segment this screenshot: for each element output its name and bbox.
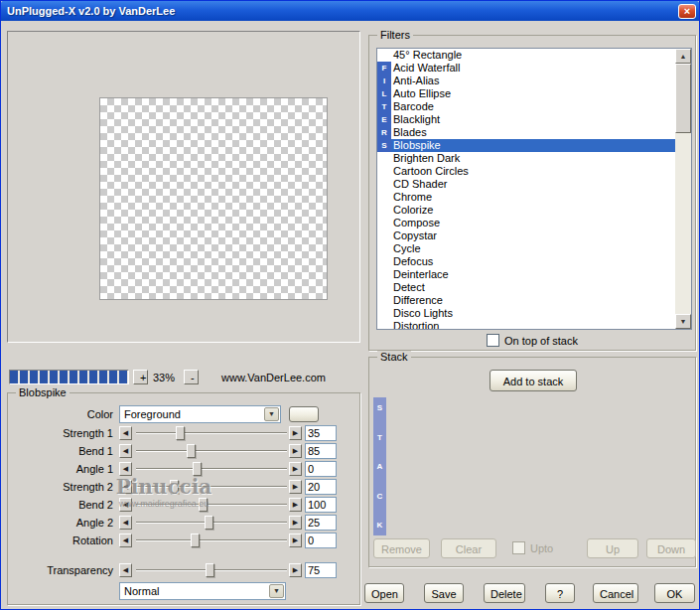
- upto-checkbox[interactable]: [512, 541, 525, 554]
- filter-item-detect[interactable]: Detect: [377, 281, 675, 294]
- filters-listbox[interactable]: 45° RectangleAcid WaterfallAnti-AliasAut…: [376, 48, 692, 330]
- bend-2-slider-thumb[interactable]: [199, 498, 208, 512]
- filter-item-blobspike[interactable]: Blobspike: [377, 139, 675, 152]
- zoom-in-button[interactable]: +: [133, 370, 148, 384]
- bend-2-slider-track[interactable]: [136, 498, 287, 512]
- angle-1-value-input[interactable]: [305, 461, 337, 477]
- scroll-down-icon[interactable]: ▼: [675, 314, 691, 329]
- transparency-row: Transparency◀▶: [10, 562, 357, 580]
- angle-2-value-input[interactable]: [305, 515, 337, 531]
- up-button[interactable]: Up: [587, 538, 638, 558]
- bend-1-slider-track[interactable]: [136, 444, 287, 458]
- filter-item-difference[interactable]: Difference: [377, 294, 675, 307]
- strength-1-value-input[interactable]: [305, 425, 337, 441]
- add-to-stack-button[interactable]: Add to stack: [490, 370, 577, 391]
- progress-bar: [9, 370, 129, 384]
- rotation-slider-thumb[interactable]: [191, 534, 200, 547]
- filter-item-45-rectangle[interactable]: 45° Rectangle: [377, 49, 675, 62]
- filter-item-deinterlace[interactable]: Deinterlace: [377, 268, 675, 281]
- rotation-decrement-button[interactable]: ◀: [119, 534, 132, 547]
- open-button[interactable]: Open: [364, 583, 404, 603]
- strength-1-decrement-button[interactable]: ◀: [119, 426, 132, 440]
- angle-2-slider-thumb[interactable]: [205, 516, 213, 530]
- filter-item-defocus[interactable]: Defocus: [377, 255, 675, 268]
- strength-1-increment-button[interactable]: ▶: [289, 426, 302, 440]
- bend-1-decrement-button[interactable]: ◀: [119, 444, 132, 458]
- bend-1-value-input[interactable]: [305, 443, 337, 459]
- vanderlee-website-link[interactable]: www.VanDerLee.com: [221, 372, 326, 383]
- remove-button[interactable]: Remove: [373, 538, 430, 558]
- filters-scrollbar[interactable]: ▲ ▼: [675, 49, 691, 329]
- save-button[interactable]: Save: [424, 583, 464, 603]
- bend-2-decrement-button[interactable]: ◀: [119, 498, 132, 512]
- filter-item-cd-shader[interactable]: CD Shader: [377, 178, 675, 191]
- titlebar[interactable]: UnPlugged-X v2.0 by VanDerLee ×: [1, 1, 699, 21]
- scrollbar-thumb[interactable]: [675, 64, 691, 133]
- banner-letter: I: [377, 75, 391, 87]
- filter-item-distortion[interactable]: Distortion: [377, 320, 675, 329]
- strength-2-slider-thumb[interactable]: [170, 480, 179, 494]
- cancel-button[interactable]: Cancel: [593, 583, 638, 603]
- color-combobox[interactable]: Foreground ▼: [119, 405, 281, 423]
- on-top-of-stack-label: On top of stack: [504, 335, 578, 347]
- filter-item-anti-alias[interactable]: Anti-Alias: [377, 75, 675, 87]
- strength-1-slider-track[interactable]: [136, 426, 287, 440]
- bend-2-value-input[interactable]: [305, 497, 337, 513]
- scroll-up-icon[interactable]: ▲: [675, 49, 691, 64]
- upto-label: Upto: [530, 542, 553, 554]
- filters-group: Filters 45° RectangleAcid WaterfallAnti-…: [368, 35, 696, 351]
- filter-item-auto-ellipse[interactable]: Auto Ellipse: [377, 87, 675, 100]
- filter-item-disco-lights[interactable]: Disco Lights: [377, 307, 675, 320]
- filter-item-compose[interactable]: Compose: [377, 217, 675, 229]
- angle-2-increment-button[interactable]: ▶: [289, 516, 302, 530]
- transparency-slider-thumb[interactable]: [206, 563, 214, 577]
- filters-group-label: Filters: [377, 29, 413, 42]
- rotation-value-input[interactable]: [305, 533, 337, 548]
- filter-item-cartoon-circles[interactable]: Cartoon Circles: [377, 165, 675, 178]
- unplugged-x-window: UnPlugged-X v2.0 by VanDerLee × + 33% - …: [0, 0, 700, 610]
- filter-item-acid-waterfall[interactable]: Acid Waterfall: [377, 62, 675, 75]
- rotation-slider-track[interactable]: [136, 534, 287, 547]
- angle-1-decrement-button[interactable]: ◀: [119, 462, 132, 476]
- chevron-down-icon[interactable]: ▼: [269, 584, 284, 598]
- strength-1-slider-thumb[interactable]: [176, 426, 185, 440]
- angle-1-slider-track[interactable]: [136, 462, 287, 476]
- filter-item-cycle[interactable]: Cycle: [377, 242, 675, 255]
- filter-item-barcode[interactable]: Barcode: [377, 100, 675, 113]
- strength-2-increment-button[interactable]: ▶: [289, 480, 302, 494]
- clear-button[interactable]: Clear: [441, 538, 496, 558]
- transparency-slider-track[interactable]: [136, 563, 287, 577]
- angle-2-slider-track[interactable]: [136, 516, 287, 530]
- filter-item-copystar[interactable]: Copystar: [377, 229, 675, 242]
- strength-2-slider-track[interactable]: [136, 480, 287, 494]
- zoom-out-button[interactable]: -: [184, 370, 199, 384]
- filter-item-blades[interactable]: Blades: [377, 126, 675, 139]
- angle-2-decrement-button[interactable]: ◀: [119, 516, 132, 530]
- bend-1-label: Bend 1: [10, 445, 113, 457]
- close-button[interactable]: ×: [678, 4, 696, 19]
- filter-item-brighten-dark[interactable]: Brighten Dark: [377, 152, 675, 165]
- filter-item-chrome[interactable]: Chrome: [377, 191, 675, 204]
- bend-2-increment-button[interactable]: ▶: [289, 498, 302, 512]
- blend-mode-combobox[interactable]: Normal ▼: [119, 582, 286, 600]
- angle-1-slider-thumb[interactable]: [193, 462, 202, 476]
- transparency-decrement-button[interactable]: ◀: [119, 563, 132, 577]
- color-swatch-button[interactable]: [289, 406, 319, 422]
- rotation-increment-button[interactable]: ▶: [289, 534, 302, 547]
- help-button[interactable]: ?: [545, 583, 575, 603]
- filter-item-colorize[interactable]: Colorize: [377, 204, 675, 217]
- filter-item-blacklight[interactable]: Blacklight: [377, 113, 675, 126]
- preview-transparency-checkerboard[interactable]: [99, 97, 328, 300]
- strength-2-decrement-button[interactable]: ◀: [119, 480, 132, 494]
- transparency-increment-button[interactable]: ▶: [289, 563, 302, 577]
- bend-1-slider-thumb[interactable]: [187, 444, 196, 458]
- transparency-value-input[interactable]: [305, 562, 337, 578]
- delete-button[interactable]: Delete: [484, 583, 525, 603]
- on-top-of-stack-checkbox[interactable]: [487, 334, 499, 347]
- down-button[interactable]: Down: [646, 538, 696, 558]
- bend-1-increment-button[interactable]: ▶: [289, 444, 302, 458]
- angle-1-increment-button[interactable]: ▶: [289, 462, 302, 476]
- strength-2-value-input[interactable]: [305, 479, 337, 495]
- ok-button[interactable]: OK: [654, 583, 695, 603]
- chevron-down-icon[interactable]: ▼: [264, 407, 279, 421]
